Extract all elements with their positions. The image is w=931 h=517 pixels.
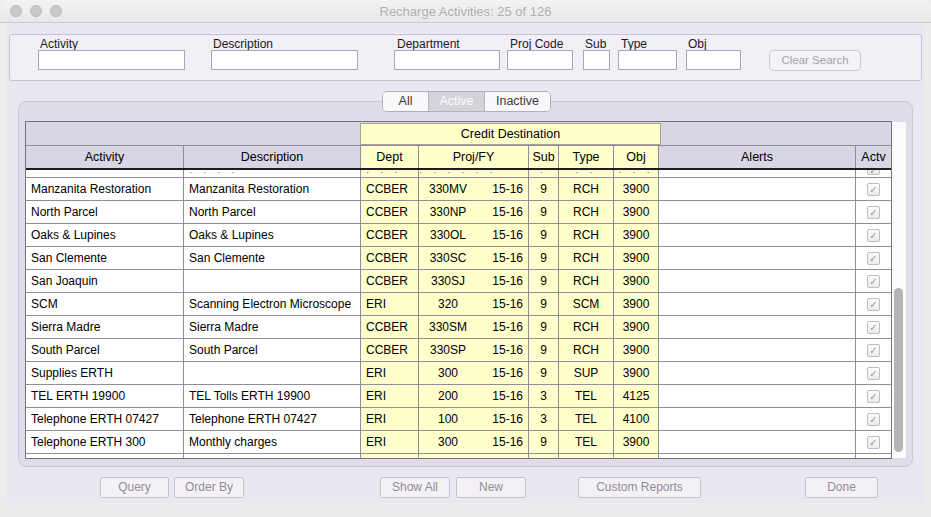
cell-alerts[interactable]	[659, 247, 856, 269]
cell-description[interactable]: San Clemente	[184, 247, 361, 269]
cell-actv[interactable]: ✓	[856, 178, 891, 200]
cell-alerts[interactable]	[659, 224, 856, 246]
cell-alerts[interactable]	[659, 178, 856, 200]
cell-obj[interactable]: 3900	[614, 247, 659, 269]
cell-type[interactable]: RCH	[559, 316, 614, 338]
cell-activity[interactable]: Telephone ERTH 300	[26, 431, 184, 453]
scrollbar-track[interactable]	[892, 122, 906, 458]
cell-obj[interactable]: 4100	[614, 408, 659, 430]
cell-actv[interactable]: ✓	[856, 293, 891, 315]
cell-alerts[interactable]	[659, 316, 856, 338]
cell-obj[interactable]: 3900	[614, 201, 659, 223]
actv-checkbox[interactable]: ✓	[867, 206, 880, 219]
cell-obj[interactable]: 4125	[614, 385, 659, 407]
table-row[interactable]: San JoaquinCCBER330SJ15-169RCH3900✓	[26, 270, 891, 293]
cell-actv[interactable]: ✓	[856, 247, 891, 269]
actv-checkbox[interactable]: ✓	[867, 321, 880, 334]
cell-activity[interactable]: Supplies ERTH	[26, 362, 184, 384]
cell-alerts[interactable]	[659, 270, 856, 292]
cell-alerts[interactable]	[659, 201, 856, 223]
cell-activity[interactable]: Sierra Madre	[26, 316, 184, 338]
actv-checkbox[interactable]: ✓	[867, 298, 880, 311]
cell-actv[interactable]: ✓	[856, 270, 891, 292]
order-by-button[interactable]: Order By	[174, 477, 244, 498]
cell-obj[interactable]: 3900	[614, 270, 659, 292]
cell-type[interactable]: TEL	[559, 431, 614, 453]
cell-projfy[interactable]: 330SM15-16	[419, 316, 529, 338]
cell-sub[interactable]: 9	[529, 339, 559, 361]
cell-dept[interactable]: CCBER	[361, 247, 419, 269]
cell-obj[interactable]: 3900	[614, 293, 659, 315]
cell-actv[interactable]: ✓	[856, 201, 891, 223]
cell-dept[interactable]: ERI	[361, 385, 419, 407]
cell-type[interactable]: RCH	[559, 270, 614, 292]
cell-activity[interactable]: North Parcel	[26, 201, 184, 223]
cell-obj[interactable]: 3900	[614, 224, 659, 246]
table-row[interactable]: Sierra MadreSierra MadreCCBER330SM15-169…	[26, 316, 891, 339]
cell-alerts[interactable]	[659, 339, 856, 361]
cell-sub[interactable]: 9	[529, 178, 559, 200]
cell-description[interactable]: Monthly charges	[184, 431, 361, 453]
cell-description[interactable]	[184, 270, 361, 292]
cell-type[interactable]: RCH	[559, 339, 614, 361]
cell-projfy[interactable]: 32015-16	[419, 293, 529, 315]
cell-type[interactable]: RCH	[559, 247, 614, 269]
cell-description[interactable]: Scanning Electron Microscope	[184, 293, 361, 315]
cell-dept[interactable]: ERI	[361, 362, 419, 384]
table-row[interactable]: North ParcelNorth ParcelCCBER330NP15-169…	[26, 201, 891, 224]
cell-actv[interactable]: ✓	[856, 224, 891, 246]
cell-sub[interactable]: 9	[529, 316, 559, 338]
cell-sub[interactable]: 9	[529, 362, 559, 384]
sub-input[interactable]	[583, 50, 610, 70]
cell-type[interactable]: RCH	[559, 201, 614, 223]
cell-sub[interactable]: 3	[529, 408, 559, 430]
cell-dept[interactable]: CCBER	[361, 316, 419, 338]
cell-projfy[interactable]: 330SC15-16	[419, 247, 529, 269]
cell-description[interactable]: Oaks & Lupines	[184, 224, 361, 246]
description-input[interactable]	[211, 50, 358, 70]
cell-dept[interactable]: CCBER	[361, 224, 419, 246]
cell-alerts[interactable]	[659, 385, 856, 407]
cell-dept[interactable]: CCBER	[361, 178, 419, 200]
cell-dept[interactable]: CCBER	[361, 339, 419, 361]
cell-projfy[interactable]: 30015-16	[419, 431, 529, 453]
cell-dept[interactable]: ERI	[361, 293, 419, 315]
cell-actv[interactable]: ✓	[856, 316, 891, 338]
cell-description[interactable]: Manzanita Restoration	[184, 178, 361, 200]
cell-activity[interactable]: SCM	[26, 293, 184, 315]
activity-input[interactable]	[38, 50, 185, 70]
cell-activity[interactable]: Manzanita Restoration	[26, 178, 184, 200]
cell-projfy[interactable]: 330MV15-16	[419, 178, 529, 200]
cell-sub[interactable]: 9	[529, 270, 559, 292]
table-row[interactable]: South ParcelSouth ParcelCCBER330SP15-169…	[26, 339, 891, 362]
table-row[interactable]: Telephone ERTH 300Monthly chargesERI3001…	[26, 431, 891, 454]
actv-checkbox[interactable]: ✓	[867, 413, 880, 426]
table-row[interactable]: Manzanita RestorationManzanita Restorati…	[26, 178, 891, 201]
cell-sub[interactable]: 9	[529, 247, 559, 269]
table-row[interactable]: San ClementeSan ClementeCCBER330SC15-169…	[26, 247, 891, 270]
cell-obj[interactable]: 3900	[614, 362, 659, 384]
cell-projfy[interactable]: 330NP15-16	[419, 201, 529, 223]
cell-projfy[interactable]: 330SP15-16	[419, 339, 529, 361]
cell-projfy[interactable]: 20015-16	[419, 385, 529, 407]
actv-checkbox[interactable]: ✓	[867, 229, 880, 242]
actv-checkbox[interactable]: ✓	[867, 390, 880, 403]
cell-type[interactable]: TEL	[559, 385, 614, 407]
cell-alerts[interactable]	[659, 408, 856, 430]
table-row[interactable]: Oaks & LupinesOaks & LupinesCCBER330OL15…	[26, 224, 891, 247]
tab-inactive[interactable]: Inactive	[484, 92, 550, 111]
cell-projfy[interactable]: 10015-16	[419, 408, 529, 430]
cell-projfy[interactable]: 330SJ15-16	[419, 270, 529, 292]
cell-sub[interactable]: 3	[529, 385, 559, 407]
cell-projfy[interactable]: 330OL15-16	[419, 224, 529, 246]
cell-activity[interactable]: Oaks & Lupines	[26, 224, 184, 246]
cell-description[interactable]	[184, 362, 361, 384]
cell-actv[interactable]: ✓	[856, 339, 891, 361]
type-input[interactable]	[618, 50, 677, 70]
actv-checkbox[interactable]: ✓	[867, 344, 880, 357]
cell-sub[interactable]: 9	[529, 431, 559, 453]
actv-checkbox[interactable]: ✓	[867, 367, 880, 380]
cell-activity[interactable]: TEL ERTH 19900	[26, 385, 184, 407]
cell-description[interactable]: Sierra Madre	[184, 316, 361, 338]
proj-code-input[interactable]	[507, 50, 573, 70]
